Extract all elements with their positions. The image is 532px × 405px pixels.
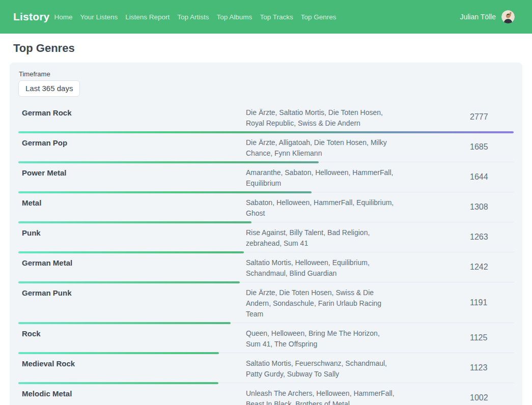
user-name: Julian Tölle: [460, 13, 496, 21]
genre-count: 1685: [470, 142, 514, 152]
genre-count: 1002: [470, 393, 514, 402]
genre-name: Melodic Metal: [18, 383, 246, 405]
page-title: Top Genres: [13, 42, 532, 55]
genre-row: Metal Sabaton, Helloween, HammerFall, Eq…: [18, 192, 514, 222]
nav-item-listens-report[interactable]: Listens Report: [125, 13, 170, 21]
genre-name: Medieval Rock: [18, 353, 246, 383]
genre-row: German Metal Saltatio Mortis, Helloween,…: [18, 252, 514, 282]
genre-name: Metal: [18, 192, 246, 222]
app-logo[interactable]: Listory: [13, 11, 49, 23]
genre-row: Power Metal Amaranthe, Sabaton, Hellowee…: [18, 162, 514, 192]
genre-name: Power Metal: [18, 162, 246, 192]
genre-name: German Metal: [18, 252, 246, 282]
nav-item-top-artists[interactable]: Top Artists: [177, 13, 209, 21]
genre-row: Punk Rise Against, Billy Talent, Bad Rel…: [18, 222, 514, 252]
genre-row: Rock Queen, Helloween, Bring Me The Hori…: [18, 323, 514, 353]
genre-row: Medieval Rock Saltatio Mortis, Feuerschw…: [18, 353, 514, 383]
genre-artists: Queen, Helloween, Bring Me The Horizon, …: [246, 323, 396, 353]
genre-row: Melodic Metal Unleash The Archers, Hello…: [18, 383, 514, 405]
nav-item-home[interactable]: Home: [54, 13, 72, 21]
main-nav: Home Your Listens Listens Report Top Art…: [54, 13, 336, 21]
genre-count: 1191: [470, 298, 514, 307]
timeframe-select[interactable]: Last 365 days: [18, 80, 80, 97]
genre-count: 1644: [470, 172, 514, 182]
nav-item-top-tracks[interactable]: Top Tracks: [260, 13, 293, 21]
genre-artists: Die Ärzte, Die Toten Hosen, Swiss & Die …: [246, 282, 396, 323]
genre-artists: Amaranthe, Sabaton, Helloween, HammerFal…: [246, 162, 396, 192]
genre-count: 1123: [470, 363, 514, 372]
main-content: Top Genres Timeframe Last 365 days Germa…: [0, 34, 532, 405]
nav-item-your-listens[interactable]: Your Listens: [80, 13, 118, 21]
genre-count: 1125: [470, 333, 514, 342]
genre-name: Punk: [18, 222, 246, 252]
nav-item-top-genres[interactable]: Top Genres: [301, 13, 337, 21]
timeframe-label: Timeframe: [19, 70, 514, 78]
app-header: Listory Home Your Listens Listens Report…: [0, 0, 532, 34]
genre-artists: Rise Against, Billy Talent, Bad Religion…: [246, 222, 396, 252]
genre-count: 2777: [470, 112, 514, 122]
genre-name: German Punk: [18, 282, 246, 323]
genre-name: Rock: [18, 323, 246, 353]
nav-item-top-albums[interactable]: Top Albums: [217, 13, 253, 21]
genre-artists: Sabaton, Helloween, HammerFall, Equilibr…: [246, 192, 396, 222]
user-avatar-icon[interactable]: [501, 10, 515, 23]
genre-row: German Punk Die Ärzte, Die Toten Hosen, …: [18, 282, 514, 323]
genre-count: 1263: [470, 233, 514, 242]
genre-count: 1308: [470, 202, 514, 212]
genre-artists: Die Ärzte, Alligatoah, Die Toten Hosen, …: [246, 132, 396, 162]
genre-artists: Die Ärzte, Saltatio Mortis, Die Toten Ho…: [246, 102, 396, 132]
genre-artists: Saltatio Mortis, Feuerschwanz, Schandmau…: [246, 353, 396, 383]
genre-row: German Pop Die Ärzte, Alligatoah, Die To…: [18, 132, 514, 162]
genre-artists: Saltatio Mortis, Helloween, Equilibrium,…: [246, 252, 396, 282]
user-menu[interactable]: Julian Tölle: [460, 10, 515, 23]
genre-name: German Pop: [18, 132, 246, 162]
genre-name: German Rock: [18, 102, 246, 132]
genre-count: 1242: [470, 263, 514, 272]
genre-artists: Unleash The Archers, Helloween, HammerFa…: [246, 383, 396, 405]
genre-table: German Rock Die Ärzte, Saltatio Mortis, …: [18, 102, 514, 405]
genre-row: German Rock Die Ärzte, Saltatio Mortis, …: [18, 102, 514, 132]
top-genres-card: Timeframe Last 365 days German Rock Die …: [10, 63, 522, 405]
